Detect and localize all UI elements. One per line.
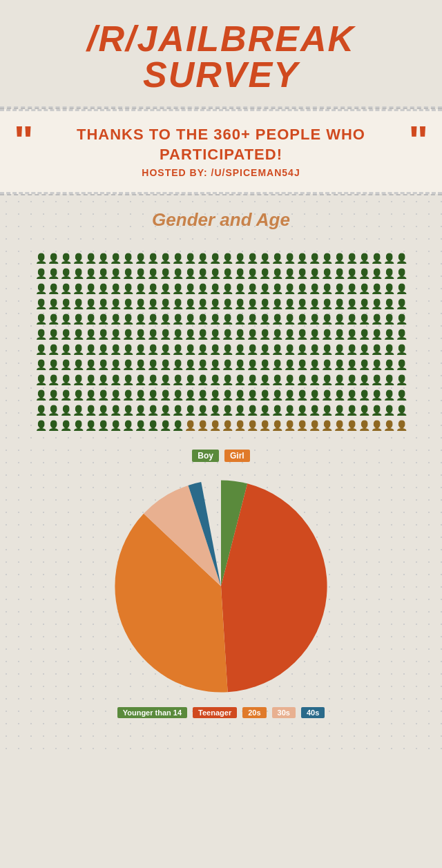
- person-icon: 👤: [259, 388, 270, 402]
- person-icon: 👤: [60, 267, 71, 280]
- person-icon: 👤: [60, 358, 71, 372]
- person-icon: 👤: [73, 388, 84, 402]
- person-icon: 👤: [209, 282, 220, 296]
- person-icon: 👤: [35, 297, 46, 311]
- content-section: Gender and Age 👤👤👤👤👤👤👤👤👤👤👤👤👤👤👤👤👤👤👤👤👤👤👤👤👤…: [0, 195, 442, 753]
- person-icon: 👤: [48, 327, 59, 341]
- person-icon: 👤: [383, 403, 394, 417]
- person-icon: 👤: [396, 358, 407, 372]
- person-icon: 👤: [321, 403, 332, 417]
- person-icon: 👤: [35, 388, 46, 402]
- person-icon: 👤: [334, 358, 345, 372]
- person-icon: 👤: [172, 327, 183, 341]
- person-icon: 👤: [209, 327, 220, 341]
- person-icon: 👤: [147, 251, 158, 265]
- person-icon: 👤: [271, 418, 282, 432]
- person-icon: 👤: [172, 418, 183, 432]
- person-icon: 👤: [222, 418, 233, 432]
- person-icon: 👤: [309, 251, 320, 265]
- person-icon: 👤: [209, 251, 220, 265]
- person-icon: 👤: [73, 418, 84, 432]
- person-icon: 👤: [396, 327, 407, 341]
- person-icon: 👤: [197, 267, 208, 280]
- person-icon: 👤: [309, 403, 320, 417]
- person-icon: 👤: [97, 343, 108, 356]
- person-icon: 👤: [259, 403, 270, 417]
- person-icon: 👤: [296, 297, 307, 311]
- person-icon: 👤: [358, 282, 369, 296]
- person-icon: 👤: [135, 327, 146, 341]
- person-icon: 👤: [85, 251, 96, 265]
- person-icon: 👤: [271, 251, 282, 265]
- person-icon: 👤: [222, 282, 233, 296]
- person-icon: 👤: [284, 358, 295, 372]
- person-icon: 👤: [60, 418, 71, 432]
- person-icon: 👤: [222, 403, 233, 417]
- person-icon: 👤: [222, 327, 233, 341]
- person-icon: 👤: [160, 358, 171, 372]
- person-icon: 👤: [247, 327, 258, 341]
- person-icon: 👤: [48, 312, 59, 326]
- person-icon: 👤: [309, 373, 320, 387]
- teenager-label: Teenager: [198, 708, 231, 717]
- person-icon: 👤: [271, 297, 282, 311]
- person-icon: 👤: [222, 312, 233, 326]
- person-icon: 👤: [334, 343, 345, 356]
- person-icon: 👤: [247, 403, 258, 417]
- person-icon: 👤: [147, 403, 158, 417]
- boy-label: Boy: [198, 451, 213, 461]
- person-icon: 👤: [160, 403, 171, 417]
- person-icon: 👤: [247, 251, 258, 265]
- person-icon: 👤: [35, 343, 46, 356]
- person-icon: 👤: [234, 327, 245, 341]
- person-icon: 👤: [321, 297, 332, 311]
- person-icon: 👤: [110, 267, 121, 280]
- person-icon: 👤: [147, 388, 158, 402]
- person-icon: 👤: [122, 312, 133, 326]
- person-icon: 👤: [147, 267, 158, 280]
- person-icon: 👤: [383, 297, 394, 311]
- person-icon: 👤: [184, 297, 195, 311]
- person-icon: 👤: [346, 373, 357, 387]
- person-icon: 👤: [358, 251, 369, 265]
- person-icon: 👤: [110, 297, 121, 311]
- person-icon: 👤: [184, 343, 195, 356]
- person-icon: 👤: [110, 418, 121, 432]
- person-icon: 👤: [197, 327, 208, 341]
- person-icon: 👤: [73, 282, 84, 296]
- person-icon: 👤: [383, 312, 394, 326]
- person-icon: 👤: [234, 343, 245, 356]
- person-icon: 👤: [334, 312, 345, 326]
- person-icon: 👤: [371, 327, 382, 341]
- person-icon: 👤: [197, 343, 208, 356]
- person-icon: 👤: [85, 312, 96, 326]
- person-icon: 👤: [271, 343, 282, 356]
- person-icon: 👤: [247, 312, 258, 326]
- 30s-label: 30s: [278, 708, 290, 717]
- person-icon: 👤: [184, 282, 195, 296]
- person-icon: 👤: [160, 327, 171, 341]
- person-icon: 👤: [73, 358, 84, 372]
- person-icon: 👤: [321, 343, 332, 356]
- person-icon: 👤: [209, 418, 220, 432]
- person-icon: 👤: [160, 343, 171, 356]
- person-icon: 👤: [247, 388, 258, 402]
- person-icon: 👤: [321, 358, 332, 372]
- person-icon: 👤: [222, 358, 233, 372]
- person-icon: 👤: [284, 373, 295, 387]
- person-icon: 👤: [222, 267, 233, 280]
- legend-teenager: Teenager: [193, 707, 237, 718]
- hosted-text: HOSTED BY: /U/SPICEMAN54J: [41, 167, 401, 178]
- person-icon: 👤: [197, 297, 208, 311]
- person-icon: 👤: [271, 358, 282, 372]
- person-icon: 👤: [184, 251, 195, 265]
- person-icon: 👤: [172, 251, 183, 265]
- person-icon: 👤: [209, 343, 220, 356]
- person-icon: 👤: [135, 343, 146, 356]
- person-icon: 👤: [371, 388, 382, 402]
- person-icon: 👤: [60, 388, 71, 402]
- person-icon: 👤: [259, 373, 270, 387]
- person-icon: 👤: [284, 251, 295, 265]
- person-icon: 👤: [172, 267, 183, 280]
- person-icon: 👤: [197, 358, 208, 372]
